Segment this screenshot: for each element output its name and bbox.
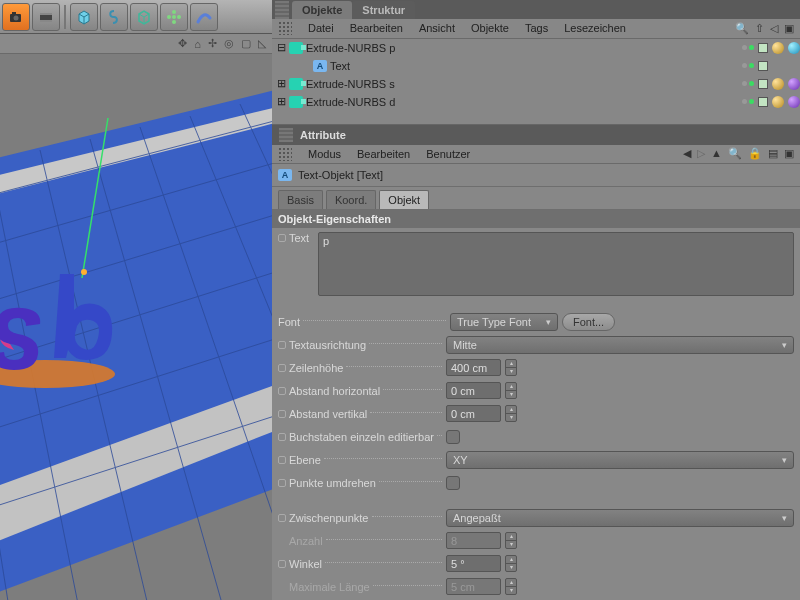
new-icon[interactable]: ▤ <box>768 147 778 160</box>
prop-angle-label: Winkel <box>289 558 322 570</box>
tab-objekte[interactable]: Objekte <box>292 1 352 19</box>
flower-tool-button[interactable] <box>160 3 188 31</box>
objekte-menu-bar: Datei Bearbeiten Ansicht Objekte Tags Le… <box>272 19 800 38</box>
align-dropdown[interactable]: Mitte <box>446 336 794 354</box>
material-tag-icon[interactable] <box>772 96 784 108</box>
camera-tool-button[interactable] <box>2 3 30 31</box>
tab-koord[interactable]: Koord. <box>326 190 376 209</box>
menu-bearbeiten-attr[interactable]: Bearbeiten <box>357 148 410 160</box>
3d-viewport[interactable] <box>0 54 272 600</box>
fwd-icon[interactable]: ▷ <box>697 147 705 160</box>
angle-input[interactable]: 5 ° <box>446 555 501 572</box>
prop-vspace-label: Abstand vertikal <box>289 408 367 420</box>
extrude-icon <box>289 78 303 90</box>
nav-max-icon[interactable]: ◺ <box>258 37 266 50</box>
tree-row-extrude-d[interactable]: ⊞ Extrude-NURBS d <box>272 93 800 111</box>
visibility-check[interactable] <box>758 97 768 107</box>
prop-text-label: Text <box>289 232 309 244</box>
count-input: 8 <box>446 532 501 549</box>
menu-tags[interactable]: Tags <box>525 22 548 34</box>
panel-grip-icon[interactable] <box>278 21 292 35</box>
menu-objekte[interactable]: Objekte <box>471 22 509 34</box>
search-icon[interactable]: 🔍 <box>728 147 742 160</box>
tab-objekt[interactable]: Objekt <box>379 190 429 209</box>
attribute-menu-bar: Modus Bearbeiten Benutzer ◀ ▷ ▲ 🔍 🔒 ▤ ▣ <box>272 145 800 164</box>
svg-rect-1 <box>12 12 16 15</box>
panel-grip[interactable] <box>275 1 289 19</box>
prop-font-label: Font <box>278 316 300 328</box>
hspace-stepper[interactable]: ▴▾ <box>505 382 517 399</box>
count-stepper: ▴▾ <box>505 532 517 549</box>
lock-icon[interactable]: 🔒 <box>748 147 762 160</box>
plane-dropdown[interactable]: XY <box>446 451 794 469</box>
viewport-nav: ✥ ⌂ ✢ ◎ ▢ ◺ <box>0 34 272 54</box>
popout-icon[interactable]: ▣ <box>784 147 794 160</box>
nav-plus-icon[interactable]: ✢ <box>208 37 217 50</box>
popout-icon[interactable]: ▣ <box>784 22 794 35</box>
material-tag-icon[interactable] <box>788 96 800 108</box>
svg-point-16 <box>172 20 176 24</box>
prev-icon[interactable]: ◁ <box>770 22 778 35</box>
angle-stepper[interactable]: ▴▾ <box>505 555 517 572</box>
tab-basis[interactable]: Basis <box>278 190 323 209</box>
home-icon[interactable]: ⇧ <box>755 22 764 35</box>
menu-ansicht[interactable]: Ansicht <box>419 22 455 34</box>
visibility-check[interactable] <box>758 79 768 89</box>
cube-tool-button[interactable] <box>70 3 98 31</box>
tab-struktur[interactable]: Struktur <box>352 1 415 19</box>
film-tool-button[interactable] <box>32 3 60 31</box>
bend-tool-button[interactable] <box>190 3 218 31</box>
lineheight-stepper[interactable]: ▴▾ <box>505 359 517 376</box>
editable-checkbox[interactable] <box>446 430 460 444</box>
interp-dropdown[interactable]: Angepaßt <box>446 509 794 527</box>
svg-point-17 <box>167 15 171 19</box>
font-picker-button[interactable]: Font... <box>562 313 615 331</box>
text-input[interactable]: p <box>318 232 794 296</box>
reverse-checkbox[interactable] <box>446 476 460 490</box>
visibility-check[interactable] <box>758 43 768 53</box>
menu-benutzer[interactable]: Benutzer <box>426 148 470 160</box>
nav-frame-icon[interactable]: ▢ <box>241 37 251 50</box>
panel-grip-icon[interactable] <box>278 147 292 161</box>
prop-lineheight-label: Zeilenhöhe <box>289 362 343 374</box>
menu-modus[interactable]: Modus <box>308 148 341 160</box>
search-icon[interactable]: 🔍 <box>735 22 749 35</box>
main-toolbar <box>0 0 272 34</box>
menu-lesezeichen[interactable]: Lesezeichen <box>564 22 626 34</box>
up-icon[interactable]: ▲ <box>711 147 722 160</box>
vspace-stepper[interactable]: ▴▾ <box>505 405 517 422</box>
svg-point-15 <box>172 10 176 14</box>
tree-expand-icon[interactable]: ⊞ <box>276 77 286 90</box>
svg-point-14 <box>172 15 176 19</box>
prop-count-label: Anzahl <box>289 535 323 547</box>
tree-expand-icon[interactable]: ⊞ <box>276 95 286 108</box>
maxlen-stepper: ▴▾ <box>505 578 517 595</box>
tree-row-extrude-p[interactable]: ⊟ Extrude-NURBS p <box>272 39 800 57</box>
material-tag-icon[interactable] <box>772 78 784 90</box>
hspace-input[interactable]: 0 cm <box>446 382 501 399</box>
menu-datei[interactable]: Datei <box>308 22 334 34</box>
material-tag-icon[interactable] <box>788 42 800 54</box>
svg-point-18 <box>177 15 181 19</box>
visibility-check[interactable] <box>758 61 768 71</box>
spiral-tool-button[interactable] <box>100 3 128 31</box>
material-tag-icon[interactable] <box>788 78 800 90</box>
prop-reverse-label: Punkte umdrehen <box>289 477 376 489</box>
menu-bearbeiten[interactable]: Bearbeiten <box>350 22 403 34</box>
tree-row-extrude-s[interactable]: ⊞ Extrude-NURBS s <box>272 75 800 93</box>
prop-editable-label: Buchstaben einzeln editierbar <box>289 431 434 443</box>
object-type-label: Text-Objekt [Text] <box>298 169 383 181</box>
vspace-input[interactable]: 0 cm <box>446 405 501 422</box>
panel-grip[interactable] <box>279 128 293 142</box>
nav-move-icon[interactable]: ✥ <box>178 37 187 50</box>
tree-row-text[interactable]: A Text <box>272 57 800 75</box>
lineheight-input[interactable]: 400 cm <box>446 359 501 376</box>
nav-target-icon[interactable]: ◎ <box>224 37 234 50</box>
prop-interp-label: Zwischenpunkte <box>289 512 369 524</box>
material-tag-icon[interactable] <box>772 42 784 54</box>
tree-collapse-icon[interactable]: ⊟ <box>276 41 286 54</box>
back-icon[interactable]: ◀ <box>683 147 691 160</box>
nav-home-icon[interactable]: ⌂ <box>194 38 201 50</box>
font-type-dropdown[interactable]: True Type Font <box>450 313 558 331</box>
cube-wire-tool-button[interactable] <box>130 3 158 31</box>
